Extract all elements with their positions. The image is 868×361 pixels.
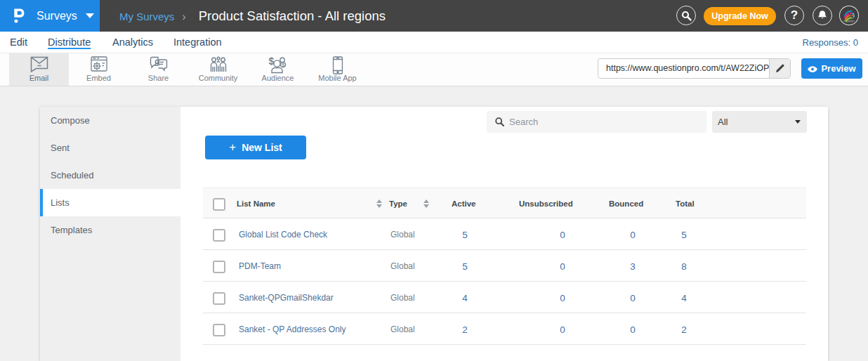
svg-text:$: $ (282, 62, 285, 68)
svg-text:$: $ (268, 56, 274, 67)
